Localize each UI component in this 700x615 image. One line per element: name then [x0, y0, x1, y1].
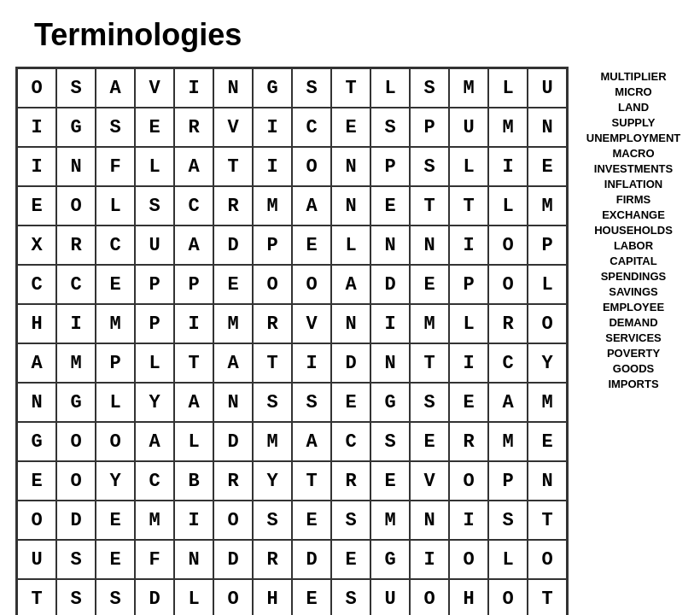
grid-cell[interactable]: S [56, 579, 96, 615]
grid-cell[interactable]: T [449, 186, 488, 226]
grid-cell[interactable]: N [331, 147, 370, 186]
grid-cell[interactable]: P [370, 147, 410, 186]
grid-cell[interactable]: L [96, 383, 135, 422]
grid-cell[interactable]: R [488, 304, 528, 343]
grid-cell[interactable]: M [410, 304, 449, 343]
grid-cell[interactable]: M [528, 383, 567, 422]
grid-cell[interactable]: M [449, 68, 488, 108]
grid-cell[interactable]: E [410, 422, 449, 461]
grid-cell[interactable]: T [213, 147, 253, 186]
grid-cell[interactable]: H [253, 579, 292, 615]
grid-cell[interactable]: L [449, 147, 488, 186]
grid-cell[interactable]: U [370, 579, 410, 615]
grid-cell[interactable]: I [410, 540, 449, 579]
grid-cell[interactable]: O [253, 265, 292, 304]
grid-cell[interactable]: T [174, 343, 213, 383]
grid-cell[interactable]: L [449, 304, 488, 343]
grid-cell[interactable]: T [528, 579, 567, 615]
grid-cell[interactable]: N [56, 147, 96, 186]
grid-cell[interactable]: N [213, 383, 253, 422]
grid-cell[interactable]: O [410, 579, 449, 615]
grid-cell[interactable]: T [17, 579, 56, 615]
grid-cell[interactable]: O [528, 540, 567, 579]
grid-cell[interactable]: D [292, 540, 331, 579]
grid-cell[interactable]: I [253, 147, 292, 186]
grid-cell[interactable]: M [528, 186, 567, 226]
grid-cell[interactable]: I [17, 147, 56, 186]
grid-cell[interactable]: U [528, 68, 567, 108]
grid-cell[interactable]: N [410, 226, 449, 265]
grid-cell[interactable]: E [292, 226, 331, 265]
grid-cell[interactable]: A [174, 147, 213, 186]
grid-cell[interactable]: N [528, 461, 567, 501]
grid-cell[interactable]: O [292, 265, 331, 304]
grid-cell[interactable]: G [56, 108, 96, 147]
grid-cell[interactable]: I [17, 108, 56, 147]
grid-cell[interactable]: L [135, 343, 174, 383]
grid-cell[interactable]: P [488, 461, 528, 501]
grid-cell[interactable]: S [370, 108, 410, 147]
grid-cell[interactable]: X [17, 226, 56, 265]
grid-cell[interactable]: T [410, 343, 449, 383]
grid-cell[interactable]: L [488, 540, 528, 579]
grid-cell[interactable]: S [253, 501, 292, 540]
grid-cell[interactable]: E [370, 461, 410, 501]
grid-cell[interactable]: S [56, 540, 96, 579]
grid-cell[interactable]: O [292, 147, 331, 186]
grid-cell[interactable]: O [488, 226, 528, 265]
grid-cell[interactable]: U [17, 540, 56, 579]
grid-cell[interactable]: R [253, 304, 292, 343]
grid-cell[interactable]: L [528, 265, 567, 304]
grid-cell[interactable]: B [174, 461, 213, 501]
grid-cell[interactable]: T [410, 186, 449, 226]
grid-cell[interactable]: E [528, 422, 567, 461]
grid-cell[interactable]: E [528, 147, 567, 186]
grid-cell[interactable]: T [528, 501, 567, 540]
grid-cell[interactable]: T [331, 68, 370, 108]
grid-cell[interactable]: E [213, 265, 253, 304]
grid-cell[interactable]: V [410, 461, 449, 501]
grid-cell[interactable]: I [174, 304, 213, 343]
grid-cell[interactable]: S [96, 579, 135, 615]
grid-cell[interactable]: M [488, 108, 528, 147]
grid-cell[interactable]: A [213, 343, 253, 383]
grid-cell[interactable]: H [449, 579, 488, 615]
grid-cell[interactable]: C [17, 265, 56, 304]
grid-cell[interactable]: O [213, 501, 253, 540]
grid-cell[interactable]: O [488, 579, 528, 615]
grid-cell[interactable]: N [17, 383, 56, 422]
grid-cell[interactable]: G [370, 540, 410, 579]
grid-cell[interactable]: A [174, 383, 213, 422]
grid-cell[interactable]: S [410, 147, 449, 186]
grid-cell[interactable]: M [488, 422, 528, 461]
grid-cell[interactable]: S [331, 501, 370, 540]
grid-cell[interactable]: I [488, 147, 528, 186]
grid-cell[interactable]: O [449, 540, 488, 579]
grid-cell[interactable]: E [410, 265, 449, 304]
grid-cell[interactable]: E [96, 501, 135, 540]
grid-cell[interactable]: O [56, 186, 96, 226]
grid-cell[interactable]: O [17, 501, 56, 540]
grid-cell[interactable]: S [410, 68, 449, 108]
grid-cell[interactable]: L [96, 186, 135, 226]
grid-cell[interactable]: E [96, 540, 135, 579]
grid-cell[interactable]: S [370, 422, 410, 461]
grid-cell[interactable]: O [213, 579, 253, 615]
grid-cell[interactable]: E [449, 383, 488, 422]
grid-cell[interactable]: V [292, 304, 331, 343]
grid-cell[interactable]: P [410, 108, 449, 147]
grid-cell[interactable]: I [449, 343, 488, 383]
grid-cell[interactable]: P [449, 265, 488, 304]
grid-cell[interactable]: F [96, 147, 135, 186]
grid-cell[interactable]: U [449, 108, 488, 147]
grid-cell[interactable]: P [135, 265, 174, 304]
grid-cell[interactable]: N [213, 68, 253, 108]
grid-cell[interactable]: L [488, 68, 528, 108]
grid-cell[interactable]: S [292, 68, 331, 108]
grid-cell[interactable]: L [488, 186, 528, 226]
grid-cell[interactable]: A [292, 186, 331, 226]
grid-cell[interactable]: D [213, 226, 253, 265]
grid-cell[interactable]: R [449, 422, 488, 461]
grid-cell[interactable]: E [292, 579, 331, 615]
grid-cell[interactable]: V [213, 108, 253, 147]
